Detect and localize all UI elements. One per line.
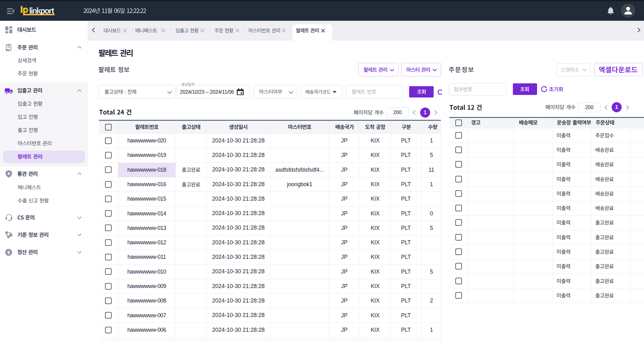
svg-text:$: $ xyxy=(8,250,10,255)
